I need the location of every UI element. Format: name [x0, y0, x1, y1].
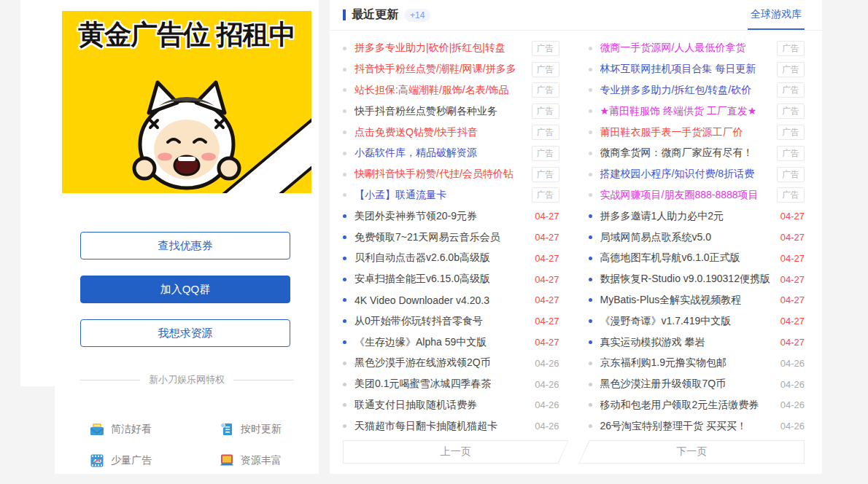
item-title[interactable]: 小磊软件库，精品破解资源 [354, 147, 477, 160]
list-item[interactable]: 黑色沙漠注册升级领取7Q币04-26 [589, 374, 805, 395]
item-title[interactable]: 黑色沙漠手游在线游戏领2Q币 [354, 356, 491, 370]
bullet-icon [589, 130, 592, 134]
item-title[interactable]: 4K Video Downloader v4.20.3 [354, 294, 489, 306]
item-date: 04-27 [780, 232, 805, 243]
item-title[interactable]: 点击免费送Q钻赞/快手抖音 [354, 126, 478, 139]
item-title[interactable]: 移动和包老用户领取2元生活缴费券 [600, 399, 759, 412]
item-title[interactable]: 抖音快手粉丝点赞/潮鞋/网课/拼多多 [354, 63, 516, 76]
ad-badge: 广告 [532, 125, 559, 140]
ad-badge: 广告 [777, 104, 805, 119]
list-item[interactable]: 黑色沙漠手游在线游戏领2Q币04-26 [343, 353, 559, 374]
item-title[interactable]: 黑色沙漠注册升级领取7Q币 [600, 378, 726, 391]
item-title[interactable]: 真实运动模拟游戏 攀岩 [600, 336, 705, 349]
item-title[interactable]: 拼多多邀请1人助力必中2元 [600, 210, 724, 223]
list-item[interactable]: 从0开始带你玩转抖音零食号04-27 [343, 311, 559, 332]
list-item[interactable]: 【小孟】联通流量卡广告 [343, 185, 559, 206]
item-title[interactable]: 高德地图车机导航v6.1.0正式版 [600, 251, 740, 265]
list-item[interactable]: 数据恢复R-Studio v9.0.190312便携版04-27 [589, 269, 805, 290]
item-title[interactable]: 贝利自动点击器v2.6.0b高级版 [354, 251, 490, 265]
list-item[interactable]: 实战网赚项目/朋友圈888-8888项目广告 [589, 185, 805, 206]
item-title[interactable]: 联通支付日抽取随机话费券 [354, 399, 477, 412]
list-item[interactable]: 拼多多专业助力|砍价|拆红包|转盘广告 [343, 38, 559, 59]
list-item[interactable]: 小磊软件库，精品破解资源广告 [343, 143, 559, 164]
item-title[interactable]: 《生存边缘》Alpha 59中文版 [354, 336, 487, 349]
item-title[interactable]: 天猫超市每日翻卡抽随机猫超卡 [354, 420, 497, 433]
list-item[interactable]: 专业拼多多助力/拆红包/转盘/砍价广告 [589, 80, 805, 101]
list-item[interactable]: 微商拿货网：微商厂家应有尽有！广告 [589, 143, 805, 164]
list-item[interactable]: 搭建校园小程序/知识付费/8折话费广告 [589, 164, 805, 185]
list-item[interactable]: 移动和包老用户领取2元生活缴费券04-26 [589, 395, 805, 416]
item-title[interactable]: 从0开始带你玩转抖音零食号 [354, 315, 483, 328]
list-item[interactable]: 快手抖音粉丝点赞秒唰各种业务广告 [343, 101, 559, 122]
list-item[interactable]: 站长担保:高端潮鞋/服饰/名表/饰品广告 [343, 80, 559, 101]
sidebar-button-2[interactable]: 加入QQ群 [80, 276, 290, 303]
item-date: 04-27 [535, 294, 559, 305]
bullet-icon [589, 340, 592, 344]
item-title[interactable]: 局域网简易点歌系统v5.0 [600, 231, 711, 244]
item-title[interactable]: 拼多多专业助力|砍价|拆红包|转盘 [354, 42, 505, 55]
item-title[interactable]: 专业拼多多助力/拆红包/转盘/砍价 [600, 84, 752, 97]
item-title[interactable]: MyBatis-Plus全解实战视频教程 [600, 294, 742, 307]
item-date: 04-26 [780, 399, 805, 410]
list-item[interactable]: 快唰抖音快手粉赞/代挂/会员特价钻广告 [343, 164, 559, 185]
list-item[interactable]: MyBatis-Plus全解实战视频教程04-27 [589, 290, 805, 311]
list-item[interactable]: ★莆田鞋服饰 终端供货 工厂直发★广告 [589, 101, 805, 122]
list-item[interactable]: 《生存边缘》Alpha 59中文版04-27 [343, 332, 559, 353]
list-item[interactable]: 高德地图车机导航v6.1.0正式版04-27 [589, 248, 805, 269]
bullet-icon [589, 193, 592, 197]
item-title[interactable]: 快手抖音粉丝点赞秒唰各种业务 [354, 105, 497, 118]
feature-item: 按时更新 [220, 420, 282, 439]
list-item[interactable]: 安卓扫描全能王v6.15.0高级版04-27 [343, 269, 559, 290]
item-title[interactable]: 京东福利购1.9元撸实物包邮 [600, 356, 726, 370]
item-title[interactable]: 【小孟】联通流量卡 [354, 189, 446, 202]
item-title[interactable]: ★莆田鞋服饰 终端供货 工厂直发★ [600, 105, 757, 118]
item-title[interactable]: 免费领取7~21天网易云音乐会员 [354, 231, 500, 244]
item-title[interactable]: 安卓扫描全能王v6.15.0高级版 [354, 273, 490, 286]
tab-global-game-library[interactable]: 全球游戏库 [748, 0, 805, 30]
item-title[interactable]: 《漫野奇谭》v1.7.419中文版 [600, 315, 732, 328]
item-title[interactable]: 莆田鞋衣服手表一手货源工厂价 [600, 126, 743, 139]
list-item[interactable]: 贝利自动点击器v2.6.0b高级版04-27 [343, 248, 559, 269]
next-page-button[interactable]: 下一页 [579, 440, 805, 464]
item-title[interactable]: 数据恢复R-Studio v9.0.190312便携版 [600, 273, 770, 286]
list-item[interactable]: 免费领取7~21天网易云音乐会员04-27 [343, 227, 559, 248]
list-item[interactable]: 拼多多邀请1人助力必中2元04-27 [589, 206, 805, 227]
bullet-icon [589, 403, 592, 407]
bullet-icon [343, 47, 346, 50]
list-item[interactable]: 美团外卖神券节领20-9元券04-27 [343, 206, 559, 227]
item-title[interactable]: 搭建校园小程序/知识付费/8折话费 [600, 168, 755, 181]
list-item[interactable]: 《漫野奇谭》v1.7.419中文版04-27 [589, 311, 805, 332]
prev-page-button[interactable]: 上一页 [343, 440, 569, 464]
list-item[interactable]: 微商一手货源网/人人最低价拿货广告 [589, 38, 805, 59]
ad-banner[interactable]: 黄金广告位 招租中 [62, 11, 311, 193]
ad-badge: 广告 [777, 62, 805, 77]
list-item[interactable]: 局域网简易点歌系统v5.004-27 [589, 227, 805, 248]
item-title[interactable]: 微商一手货源网/人人最低价拿货 [600, 42, 746, 55]
item-date: 04-27 [780, 274, 805, 285]
item-title[interactable]: 站长担保:高端潮鞋/服饰/名表/饰品 [354, 84, 509, 97]
item-title[interactable]: 美团0.1元喝蜜雪冰城四季春茶 [354, 378, 491, 391]
item-title[interactable]: 微商拿货网：微商厂家应有尽有！ [600, 147, 753, 160]
list-item[interactable]: 京东福利购1.9元撸实物包邮04-26 [589, 353, 805, 374]
item-title[interactable]: 快唰抖音快手粉赞/代挂/会员特价钻 [354, 168, 514, 181]
ad-badge: 广告 [532, 62, 559, 77]
item-title[interactable]: 实战网赚项目/朋友圈888-8888项目 [600, 189, 759, 202]
list-item[interactable]: 点击免费送Q钻赞/快手抖音广告 [343, 122, 559, 143]
list-item[interactable]: 美团0.1元喝蜜雪冰城四季春茶04-26 [343, 374, 559, 395]
list-item[interactable]: 真实运动模拟游戏 攀岩04-27 [589, 332, 805, 353]
item-title[interactable]: 林坏互联网挂机项目合集 每日更新 [600, 63, 756, 76]
sidebar-button-1[interactable]: 查找优惠券 [80, 232, 290, 259]
bullet-icon [589, 214, 592, 218]
list-item[interactable]: 林坏互联网挂机项目合集 每日更新广告 [589, 59, 805, 80]
list-item[interactable]: 抖音快手粉丝点赞/潮鞋/网课/拼多多广告 [343, 59, 559, 80]
item-title[interactable]: 美团外卖神券节领20-9元券 [354, 210, 477, 223]
list-item[interactable]: 4K Video Downloader v4.20.304-27 [343, 290, 559, 311]
list-item[interactable]: 天猫超市每日翻卡抽随机猫超卡04-26 [343, 415, 559, 437]
list-item[interactable]: 26号淘宝特别整理干货 买买买！04-26 [589, 415, 805, 437]
sidebar-button-3[interactable]: 我想求资源 [80, 319, 290, 347]
feature-item: 资源丰富 [220, 451, 282, 470]
item-date: 04-26 [535, 421, 559, 432]
list-item[interactable]: 联通支付日抽取随机话费券04-26 [343, 395, 559, 416]
item-title[interactable]: 26号淘宝特别整理干货 买买买！ [600, 420, 747, 433]
list-item[interactable]: 莆田鞋衣服手表一手货源工厂价广告 [589, 122, 805, 143]
